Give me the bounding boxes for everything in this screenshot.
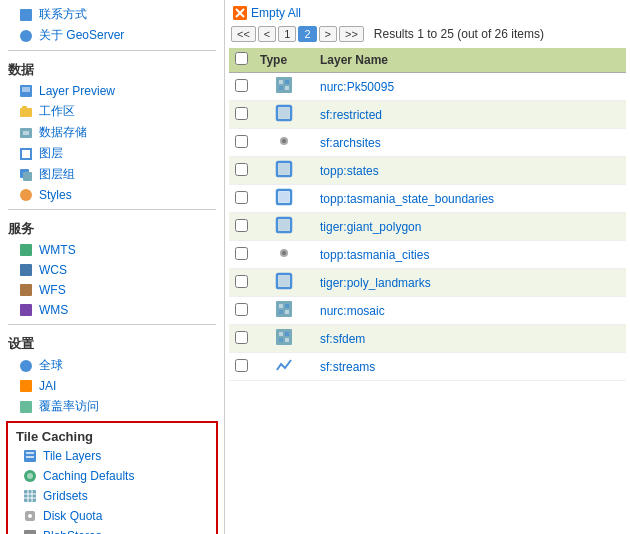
sidebar-item-caching-defaults[interactable]: Caching Defaults [8, 466, 216, 486]
layer-name-link[interactable]: topp:tasmania_state_boundaries [320, 192, 494, 206]
sidebar-item-about[interactable]: 关于 GeoServer [0, 25, 224, 46]
sidebar-item-coverage[interactable]: 覆盖率访问 [0, 396, 224, 417]
svg-rect-5 [22, 106, 27, 109]
layer-name-link[interactable]: topp:tasmania_cities [320, 248, 429, 262]
empty-all-button[interactable]: Empty All [233, 6, 301, 20]
row-type-cell [254, 129, 314, 157]
row-checkbox[interactable] [235, 135, 248, 148]
sidebar-item-styles[interactable]: Styles [0, 185, 224, 205]
table-row: sf:sfdem [229, 325, 626, 353]
svg-rect-53 [279, 276, 289, 286]
layer-name-link[interactable]: sf:sfdem [320, 332, 365, 346]
row-checkbox[interactable] [235, 359, 248, 372]
styles-icon [18, 187, 34, 203]
row-type-cell [254, 297, 314, 325]
tile-caching-section: Tile Caching Tile Layers Caching Default… [6, 421, 218, 534]
sidebar-item-jai[interactable]: JAI [0, 376, 224, 396]
th-checkbox [229, 48, 254, 73]
table-row: tiger:poly_landmarks [229, 269, 626, 297]
pagination-last[interactable]: >> [339, 26, 364, 42]
divider-1 [8, 50, 216, 51]
svg-point-16 [20, 360, 32, 372]
row-checkbox[interactable] [235, 107, 248, 120]
svg-rect-35 [276, 77, 292, 93]
row-type-cell [254, 269, 314, 297]
svg-rect-18 [20, 401, 32, 413]
layer-icon [18, 146, 34, 162]
sidebar-item-blobstores[interactable]: BlobStores [8, 526, 216, 534]
table-row: topp:tasmania_cities [229, 241, 626, 269]
row-checkbox-cell [229, 325, 254, 353]
layer-name-link[interactable]: nurc:mosaic [320, 304, 385, 318]
svg-rect-0 [20, 9, 32, 21]
sidebar-item-gridsets[interactable]: Gridsets [8, 486, 216, 506]
svg-rect-21 [26, 456, 34, 458]
row-checkbox[interactable] [235, 247, 248, 260]
pagination-prev[interactable]: < [258, 26, 276, 42]
sidebar-item-wcs[interactable]: WCS [0, 260, 224, 280]
sidebar-item-store[interactable]: 数据存储 [0, 122, 224, 143]
sidebar-item-layer[interactable]: 图层 [0, 143, 224, 164]
sidebar-item-tile-layers[interactable]: Tile Layers [8, 446, 216, 466]
layer-name-link[interactable]: sf:restricted [320, 108, 382, 122]
row-name-cell: tiger:giant_polygon [314, 213, 626, 241]
divider-3 [8, 324, 216, 325]
layer-name-link[interactable]: tiger:poly_landmarks [320, 276, 431, 290]
layer-name-link[interactable]: nurc:Pk50095 [320, 80, 394, 94]
row-checkbox-cell [229, 157, 254, 185]
svg-rect-13 [20, 264, 32, 276]
sidebar-item-contact[interactable]: 联系方式 [0, 4, 224, 25]
sidebar-item-disk-quota[interactable]: Disk Quota [8, 506, 216, 526]
section-services-title: 服务 [0, 214, 224, 240]
store-icon [18, 125, 34, 141]
row-checkbox[interactable] [235, 331, 248, 344]
svg-point-30 [28, 514, 32, 518]
svg-rect-24 [24, 490, 36, 502]
row-checkbox-cell [229, 241, 254, 269]
svg-point-51 [282, 251, 286, 255]
layer-name-link[interactable]: sf:archsites [320, 136, 381, 150]
svg-point-23 [27, 473, 33, 479]
pagination-first[interactable]: << [231, 26, 256, 42]
pagination-page1[interactable]: 1 [278, 26, 296, 42]
svg-rect-36 [279, 80, 283, 84]
svg-rect-60 [279, 332, 283, 336]
blobstores-icon [22, 528, 38, 534]
row-checkbox[interactable] [235, 163, 248, 176]
row-type-cell [254, 241, 314, 269]
sidebar-item-layer-preview[interactable]: Layer Preview [0, 81, 224, 101]
row-checkbox[interactable] [235, 191, 248, 204]
sidebar-item-layergroup[interactable]: 图层组 [0, 164, 224, 185]
sidebar-item-global[interactable]: 全球 [0, 355, 224, 376]
sidebar-item-wms[interactable]: WMS [0, 300, 224, 320]
wmts-icon [18, 242, 34, 258]
row-type-cell [254, 325, 314, 353]
row-checkbox[interactable] [235, 303, 248, 316]
sidebar-item-wfs[interactable]: WFS [0, 280, 224, 300]
row-checkbox[interactable] [235, 219, 248, 232]
main-content: Empty All << < 1 2 > >> Results 1 to 25 … [225, 0, 630, 534]
wcs-icon [18, 262, 34, 278]
row-type-cell [254, 213, 314, 241]
row-name-cell: topp:tasmania_state_boundaries [314, 185, 626, 213]
row-type-cell [254, 353, 314, 381]
row-name-cell: topp:tasmania_cities [314, 241, 626, 269]
row-checkbox-cell [229, 73, 254, 101]
svg-rect-15 [20, 304, 32, 316]
svg-rect-38 [279, 86, 283, 90]
row-type-cell [254, 157, 314, 185]
layer-name-link[interactable]: sf:streams [320, 360, 375, 374]
row-checkbox[interactable] [235, 275, 248, 288]
sidebar-item-workspace[interactable]: 工作区 [0, 101, 224, 122]
row-checkbox[interactable] [235, 79, 248, 92]
select-all-checkbox[interactable] [235, 52, 248, 65]
pagination-page2[interactable]: 2 [298, 26, 316, 42]
disk-quota-icon [22, 508, 38, 524]
wfs-icon [18, 282, 34, 298]
th-layer-name: Layer Name [314, 48, 626, 73]
layer-name-link[interactable]: tiger:giant_polygon [320, 220, 421, 234]
table-row: tiger:giant_polygon [229, 213, 626, 241]
sidebar-item-wmts[interactable]: WMTS [0, 240, 224, 260]
layer-name-link[interactable]: topp:states [320, 164, 379, 178]
pagination-next[interactable]: > [319, 26, 337, 42]
